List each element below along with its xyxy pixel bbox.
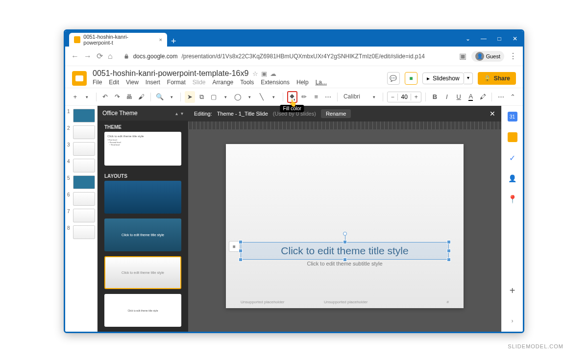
close-window-button[interactable]: ✕ bbox=[511, 35, 519, 42]
layout-thumb-3[interactable]: Click to edit theme title style bbox=[104, 256, 181, 290]
new-slide-button[interactable]: + bbox=[70, 91, 80, 103]
contacts-icon[interactable]: 👤 bbox=[508, 173, 517, 183]
menu-last[interactable]: La... bbox=[316, 79, 327, 86]
forward-button[interactable]: → bbox=[84, 52, 92, 61]
menu-arrange[interactable]: Arrange bbox=[213, 79, 234, 86]
install-icon[interactable]: ▣ bbox=[459, 51, 466, 61]
text-color-button[interactable]: A bbox=[466, 91, 476, 103]
maps-icon[interactable]: 📍 bbox=[508, 194, 517, 204]
back-button[interactable]: ← bbox=[71, 52, 79, 61]
resize-handle[interactable] bbox=[239, 240, 243, 244]
slide-thumb-6[interactable] bbox=[73, 192, 95, 206]
collapse-rail-button[interactable]: › bbox=[508, 316, 517, 326]
menu-edit[interactable]: Edit bbox=[109, 79, 119, 86]
fill-color-button[interactable]: 👆 Fill color bbox=[287, 91, 297, 103]
url-input[interactable]: docs.google.com/presentation/d/1Vs8x22C3… bbox=[118, 51, 454, 62]
resize-handle[interactable] bbox=[343, 240, 347, 244]
share-button[interactable]: 🔒 Share bbox=[478, 72, 516, 85]
keep-icon[interactable] bbox=[508, 132, 517, 142]
slide-master[interactable]: ≡ Click to edit theme title style bbox=[226, 144, 464, 308]
slide-thumb-7[interactable] bbox=[73, 209, 95, 222]
new-tab-button[interactable]: + bbox=[171, 36, 176, 47]
star-icon[interactable]: ☆ bbox=[252, 70, 258, 77]
slide-thumb-1[interactable] bbox=[73, 109, 95, 122]
maximize-button[interactable]: □ bbox=[495, 35, 503, 42]
calendar-icon[interactable]: 31 bbox=[508, 112, 517, 121]
collapse-toolbar-button[interactable]: ⌃ bbox=[508, 91, 518, 103]
underline-button[interactable]: U bbox=[454, 91, 464, 103]
tasks-icon[interactable]: ✓ bbox=[508, 153, 517, 163]
menu-extensions[interactable]: Extensions bbox=[261, 79, 290, 86]
image-dropdown[interactable]: ▾ bbox=[221, 91, 231, 103]
paint-format-button[interactable]: 🖌 bbox=[136, 91, 146, 103]
minimize-button[interactable]: — bbox=[480, 35, 488, 42]
zoom-button[interactable]: 🔍 bbox=[154, 91, 164, 103]
menu-view[interactable]: View bbox=[126, 79, 139, 86]
chevron-up-icon[interactable]: ▴ bbox=[175, 111, 178, 116]
chevron-down-icon[interactable]: ⌄ bbox=[464, 35, 472, 42]
font-size-input[interactable]: 40 bbox=[397, 94, 411, 100]
italic-button[interactable]: I bbox=[442, 91, 452, 103]
resize-handle[interactable] bbox=[239, 249, 243, 253]
textbox-button[interactable]: ⧉ bbox=[197, 91, 207, 103]
resize-handle[interactable] bbox=[447, 249, 451, 253]
bold-button[interactable]: B bbox=[430, 91, 440, 103]
menu-tools[interactable]: Tools bbox=[240, 79, 254, 86]
print-button[interactable]: 🖶 bbox=[124, 91, 134, 103]
close-tab-icon[interactable]: × bbox=[159, 37, 162, 43]
line-dropdown[interactable]: ▾ bbox=[269, 91, 278, 103]
new-slide-dropdown[interactable]: ▾ bbox=[82, 91, 92, 103]
menu-file[interactable]: File bbox=[93, 79, 102, 86]
slide-thumb-4[interactable] bbox=[73, 159, 95, 172]
slideshow-button[interactable]: ▸ Slideshow bbox=[422, 73, 464, 84]
move-icon[interactable]: ▣ bbox=[261, 70, 267, 77]
layout-thumb-4[interactable]: Click to edit theme title style bbox=[104, 294, 181, 327]
slide-thumb-5[interactable] bbox=[73, 175, 95, 189]
font-size-decrease[interactable]: − bbox=[388, 92, 397, 102]
home-button[interactable]: ⌂ bbox=[108, 52, 113, 61]
text-align-badge[interactable]: ≡ bbox=[229, 241, 240, 252]
cloud-status-icon[interactable]: ☁ bbox=[270, 70, 276, 77]
undo-button[interactable]: ↶ bbox=[100, 91, 110, 103]
slide-thumb-2[interactable] bbox=[73, 125, 95, 139]
rename-button[interactable]: Rename bbox=[321, 109, 351, 118]
title-placeholder-box[interactable]: Click to edit theme title style bbox=[241, 242, 449, 260]
zoom-dropdown[interactable]: ▾ bbox=[167, 91, 176, 103]
redo-button[interactable]: ↷ bbox=[112, 91, 122, 103]
more-tools-button[interactable]: ⋯ bbox=[496, 91, 506, 103]
menu-format[interactable]: Format bbox=[167, 79, 186, 86]
image-button[interactable]: ▢ bbox=[209, 91, 219, 103]
menu-insert[interactable]: Insert bbox=[146, 79, 160, 86]
slides-logo-icon[interactable] bbox=[72, 71, 87, 86]
line-button[interactable]: ╲ bbox=[257, 91, 267, 103]
slide-thumb-3[interactable] bbox=[73, 142, 95, 156]
slide-thumb-8[interactable] bbox=[73, 225, 95, 239]
document-title[interactable]: 0051-hoshin-kanri-powerpoint-template-16… bbox=[93, 69, 248, 78]
select-tool-button[interactable]: ➤ bbox=[185, 91, 195, 103]
slide-filmstrip[interactable]: 1 2 3 4 5 6 7 8 bbox=[65, 106, 98, 332]
horizontal-ruler[interactable] bbox=[188, 121, 501, 129]
font-size-increase[interactable]: + bbox=[411, 92, 421, 102]
border-dash-button[interactable]: ⋯ bbox=[323, 91, 333, 103]
slideshow-dropdown[interactable]: ▾ bbox=[464, 73, 473, 84]
add-addon-button[interactable]: + bbox=[508, 286, 517, 295]
close-panel-button[interactable]: ✕ bbox=[490, 110, 495, 118]
menu-slide[interactable]: Slide bbox=[193, 79, 206, 86]
browser-menu-button[interactable]: ⋮ bbox=[509, 51, 517, 61]
shape-button[interactable]: ◯ bbox=[233, 91, 243, 103]
slide-canvas[interactable]: ≡ Click to edit theme title style bbox=[188, 129, 501, 332]
comment-history-button[interactable]: 💬 bbox=[387, 72, 400, 85]
chevron-down-icon[interactable]: ▾ bbox=[181, 111, 183, 116]
border-color-button[interactable]: ✏ bbox=[299, 91, 309, 103]
resize-handle[interactable] bbox=[447, 240, 451, 244]
browser-tab[interactable]: 0051-hoshin-kanri-powerpoint-t × bbox=[69, 33, 167, 47]
profile-guest-chip[interactable]: 👤 Guest bbox=[471, 51, 504, 62]
border-weight-button[interactable]: ≡ bbox=[311, 91, 321, 103]
theme-master-thumb[interactable]: Click to edit theme title style • First … bbox=[104, 132, 181, 166]
highlight-button[interactable]: 🖍 bbox=[478, 91, 488, 103]
font-dropdown[interactable]: ▾ bbox=[369, 91, 379, 103]
layout-thumb-1[interactable] bbox=[104, 181, 181, 214]
shape-dropdown[interactable]: ▾ bbox=[245, 91, 254, 103]
layout-thumb-2[interactable]: Click to edit theme title style bbox=[104, 218, 181, 251]
font-select[interactable]: Calibri bbox=[342, 92, 367, 101]
